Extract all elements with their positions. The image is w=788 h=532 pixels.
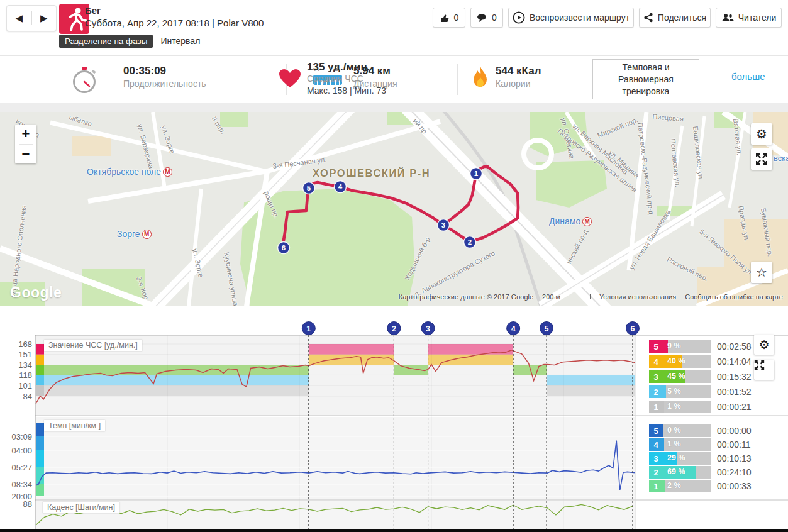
zone-time: 00:00:11 xyxy=(717,440,750,450)
hr-label: Средняя ЧСС xyxy=(307,74,363,84)
share-icon xyxy=(643,13,653,23)
route-marker-4[interactable]: 4 xyxy=(335,181,347,193)
zone-percent-bar: 0 % xyxy=(663,424,711,437)
calories-value: 544 кКал xyxy=(496,65,541,77)
chart-phase-marker-3[interactable]: 3 xyxy=(421,322,435,335)
zone-number-chip: 2 xyxy=(649,466,663,479)
zoom-in-button[interactable]: + xyxy=(15,125,36,144)
zone-row-2: 25 % xyxy=(649,385,711,398)
zone-percent-bar: 29 % xyxy=(663,452,711,465)
prev-next-nav[interactable]: ◀ ▶ xyxy=(6,5,57,31)
zone-row-1: 12 % xyxy=(649,480,711,492)
fullscreen-icon xyxy=(756,153,767,165)
zone-row-3: 329 % xyxy=(649,452,711,465)
route-marker-6[interactable]: 6 xyxy=(278,242,290,254)
zone-row-3: 345 % xyxy=(649,370,711,383)
route-marker-5[interactable]: 5 xyxy=(303,182,315,194)
stopwatch-icon xyxy=(71,66,97,94)
heart-icon xyxy=(279,69,301,89)
share-button[interactable]: Поделиться xyxy=(639,8,711,28)
zone-row-5: 59 % xyxy=(649,340,711,353)
view-tabs: Разделение на фазы Интервал xyxy=(59,34,200,48)
report-error-link[interactable]: Сообщить об ошибке на карте xyxy=(685,293,783,301)
zone-percent-bar: 69 % xyxy=(663,466,711,479)
metro-station-label[interactable]: ДинамоМ xyxy=(549,216,592,226)
play-route-button[interactable]: Воспроизвести маршрут xyxy=(508,8,634,28)
tab-interval[interactable]: Интервал xyxy=(160,36,200,46)
svg-text:2: 2 xyxy=(468,238,472,246)
google-logo: Google xyxy=(10,284,62,301)
share-label: Поделиться xyxy=(658,13,706,23)
chart-fullscreen-button[interactable] xyxy=(754,360,774,380)
route-marker-3[interactable]: 3 xyxy=(438,219,450,231)
summary-bar: 00:35:09 Продолжительность AB 5.94 км Ди… xyxy=(0,55,788,103)
hr-value: 135 уд./мин. xyxy=(307,61,370,74)
zone-time: 00:14:04 xyxy=(717,357,752,367)
chart-phase-marker-2[interactable]: 2 xyxy=(387,322,401,335)
svg-text:5: 5 xyxy=(545,324,549,333)
metro-icon: М xyxy=(142,230,152,239)
zone-number-chip: 5 xyxy=(649,424,663,437)
terms-link[interactable]: Условия использования xyxy=(599,293,676,301)
zone-time: 00:00:21 xyxy=(717,402,752,412)
zone-percent-bar: 1 % xyxy=(663,438,711,451)
zone-percent-label: 1 % xyxy=(667,440,681,448)
comment-count: 0 xyxy=(492,13,497,23)
map-zoom-control[interactable]: + − xyxy=(15,125,36,163)
map-favorite-star-button[interactable]: ☆ xyxy=(751,262,772,283)
charts-panel: 1234561681511341181018403:0904:0005:2708… xyxy=(0,306,788,532)
axis-tick-label: 101 xyxy=(18,381,32,391)
zone-percent-bar: 5 % xyxy=(663,385,711,398)
metro-station-label[interactable]: Октябрьское полеМ xyxy=(87,167,172,177)
zone-percent-label: 29 % xyxy=(667,453,685,462)
svg-text:4: 4 xyxy=(338,183,343,191)
readers-button[interactable]: Читатели xyxy=(716,8,782,28)
zone-percent-bar: 9 % xyxy=(663,340,711,353)
route-map[interactable]: 123456 ирюзоваыбалкоул. Берзаринаул. Зор… xyxy=(0,112,788,306)
chart-phase-marker-1[interactable]: 1 xyxy=(302,322,315,335)
zone-percent-label: 2 % xyxy=(667,481,681,490)
prev-arrow-icon[interactable]: ◀ xyxy=(7,13,31,24)
svg-text:5: 5 xyxy=(307,184,311,192)
zone-percent-label: 9 % xyxy=(667,341,681,350)
comment-button[interactable]: 0 xyxy=(470,8,503,28)
readers-label: Читатели xyxy=(738,13,776,23)
zone-number-chip: 3 xyxy=(649,370,663,383)
activity-subtitle: Суббота, Апр 22, 2017 08:18 | Polar V800 xyxy=(85,18,264,28)
tab-phase-split[interactable]: Разделение на фазы xyxy=(59,35,153,48)
hr-chart-legend: Значение ЧСС [уд./мин.] xyxy=(44,340,142,351)
zone-row-5: 50 % xyxy=(649,424,711,437)
zoom-out-button[interactable]: − xyxy=(15,145,36,164)
zone-time: 00:24:10 xyxy=(717,467,752,477)
metro-icon: М xyxy=(582,217,592,226)
chart-settings-button[interactable]: ⚙ xyxy=(754,335,774,355)
fullscreen-icon xyxy=(754,360,765,370)
route-marker-2[interactable]: 2 xyxy=(464,236,476,248)
axis-tick-label: 151 xyxy=(18,350,32,359)
next-arrow-icon[interactable]: ▶ xyxy=(32,13,57,24)
svg-text:6: 6 xyxy=(282,244,286,252)
zone-number-chip: 1 xyxy=(649,480,663,492)
activity-title: Бег xyxy=(85,5,101,16)
flame-icon xyxy=(472,66,489,91)
map-fullscreen-button[interactable] xyxy=(751,148,772,170)
metro-station-label[interactable]: ЗоргеМ xyxy=(117,229,152,239)
route-marker-1[interactable]: 1 xyxy=(470,168,482,180)
axis-tick-label: 88 xyxy=(23,499,32,509)
chart-phase-marker-6[interactable]: 6 xyxy=(626,322,639,335)
hr-minmax: Макс. 158 | Мин. 73 xyxy=(307,86,386,96)
map-scale: 200 м xyxy=(542,293,591,301)
chart-phase-marker-5[interactable]: 5 xyxy=(540,322,553,335)
zone-row-2: 269 % xyxy=(649,466,711,479)
zone-row-4: 41 % xyxy=(649,438,711,451)
play-route-label: Воспроизвести маршрут xyxy=(530,13,630,23)
street-label: вска xyxy=(774,153,788,163)
zone-number-chip: 2 xyxy=(649,385,663,398)
like-button[interactable]: 0 xyxy=(433,8,465,28)
zone-number-chip: 5 xyxy=(649,340,663,353)
more-link[interactable]: больше xyxy=(731,71,765,82)
chart-phase-marker-4[interactable]: 4 xyxy=(507,322,520,335)
map-settings-button[interactable]: ⚙ xyxy=(751,123,772,145)
axis-tick-label: 05:27 xyxy=(11,463,32,472)
zone-time: 00:02:58 xyxy=(717,341,752,352)
